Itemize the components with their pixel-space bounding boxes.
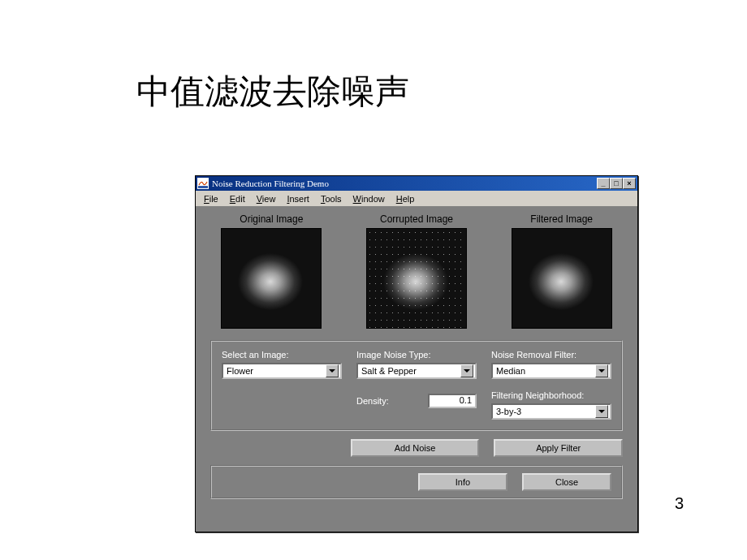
- menu-insert[interactable]: Insert: [282, 192, 314, 205]
- corrupted-image-label: Corrupted Image: [356, 213, 478, 225]
- client-area: Original Image Corrupted Image Filtered …: [196, 207, 637, 532]
- maximize-button[interactable]: □: [610, 178, 623, 189]
- svg-rect-1: [198, 186, 208, 188]
- menu-help[interactable]: Help: [391, 192, 420, 205]
- add-noise-button[interactable]: Add Noise: [351, 439, 480, 457]
- original-image: [221, 228, 322, 329]
- density-label: Density:: [356, 396, 421, 406]
- chevron-down-icon: [595, 405, 608, 418]
- minimize-button[interactable]: _: [597, 178, 610, 189]
- chevron-down-icon: [326, 364, 339, 377]
- page-number: 3: [675, 494, 684, 513]
- chevron-down-icon: [460, 364, 473, 377]
- menu-file[interactable]: File: [199, 192, 223, 205]
- window-title: Noise Reduction Filtering Demo: [212, 179, 597, 188]
- filtered-image: [512, 228, 612, 329]
- close-window-button[interactable]: ×: [623, 178, 636, 189]
- controls-panel: Select an Image: Flower Image Noise Type…: [210, 340, 623, 431]
- info-button[interactable]: Info: [418, 473, 507, 491]
- bottom-panel: Info Close: [210, 465, 623, 499]
- neighborhood-dropdown[interactable]: 3-by-3: [491, 403, 611, 420]
- menu-view[interactable]: View: [252, 192, 281, 205]
- noise-type-dropdown[interactable]: Salt & Pepper: [356, 363, 477, 379]
- filter-value: Median: [496, 366, 595, 376]
- app-icon: [197, 178, 209, 189]
- noise-type-label: Image Noise Type:: [356, 350, 477, 360]
- original-image-label: Original Image: [210, 213, 333, 225]
- slide-title: 中值滤波去除噪声: [136, 69, 409, 114]
- noise-type-value: Salt & Pepper: [361, 366, 460, 376]
- density-input[interactable]: 0.1: [428, 394, 477, 408]
- titlebar: Noise Reduction Filtering Demo _ □ ×: [196, 176, 637, 191]
- menu-tools[interactable]: Tools: [316, 192, 347, 205]
- select-image-label: Select an Image:: [222, 350, 342, 360]
- app-window: Noise Reduction Filtering Demo _ □ × Fil…: [195, 175, 638, 532]
- neighborhood-label: Filtering Neighborhood:: [491, 390, 611, 400]
- action-row: Add Noise Apply Filter: [210, 439, 623, 457]
- apply-filter-button[interactable]: Apply Filter: [494, 439, 623, 457]
- menu-window[interactable]: Window: [348, 192, 390, 205]
- corrupted-image: [366, 228, 467, 329]
- select-image-value: Flower: [227, 366, 326, 376]
- menu-edit[interactable]: Edit: [225, 192, 250, 205]
- close-button[interactable]: Close: [522, 473, 611, 491]
- menubar: File Edit View Insert Tools Window Help: [196, 191, 637, 207]
- neighborhood-value: 3-by-3: [496, 407, 595, 416]
- filter-dropdown[interactable]: Median: [491, 363, 611, 379]
- select-image-dropdown[interactable]: Flower: [222, 363, 342, 379]
- chevron-down-icon: [595, 364, 608, 377]
- filter-label: Noise Removal Filter:: [491, 350, 611, 360]
- filtered-image-label: Filtered Image: [500, 213, 623, 225]
- image-row: Original Image Corrupted Image Filtered …: [210, 213, 623, 329]
